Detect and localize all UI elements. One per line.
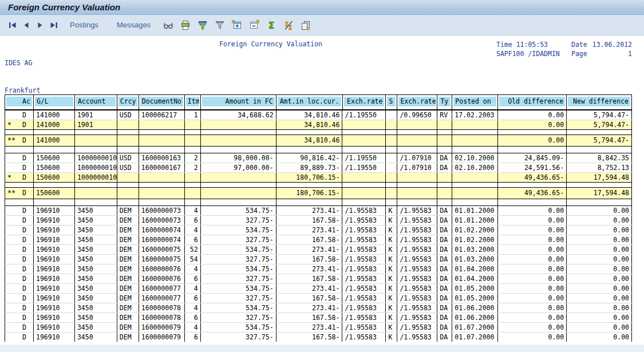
cell-acct <box>75 199 117 205</box>
table-row[interactable]: D1969103450DEM16000000774534.75-273.41-/… <box>5 284 632 294</box>
cell-lc: 167.58- <box>276 235 343 244</box>
table-row[interactable]: **D14100034,810.460.005,794.47- <box>5 135 632 147</box>
table-row[interactable]: D1969103450DEM16000000764534.75-273.41-/… <box>5 264 632 274</box>
column-header-newd[interactable]: New difference <box>567 95 632 109</box>
cell-old <box>498 130 567 135</box>
sum-button[interactable]: Σ <box>265 19 278 31</box>
table-row[interactable]: D1506001000000010USD1600000163298,000.00… <box>5 153 632 163</box>
subtotal-button[interactable]: Σ Σ <box>282 19 295 31</box>
collapse-button[interactable] <box>248 19 260 31</box>
table-row[interactable]: D1969103450DEM16000000746327.75-167.58-/… <box>5 235 632 245</box>
table-row[interactable]: D1969103450DEM16000000736327.75-167.58-/… <box>5 216 632 226</box>
cell-lc: 273.41- <box>276 206 343 215</box>
cell-fc: 534.75- <box>201 264 276 274</box>
column-header-itm[interactable]: Itm <box>185 95 201 109</box>
copy-to-clipboard-button[interactable] <box>299 19 312 31</box>
expand-button[interactable] <box>231 19 243 31</box>
cell-itm: 6 <box>185 216 201 225</box>
cell-er2 <box>397 120 437 129</box>
next-page-button[interactable] <box>34 19 46 31</box>
table-row[interactable]: *D1506001000000010180,706.15-49,436.65-1… <box>5 173 632 183</box>
column-header-doc[interactable]: DocumentNo <box>139 95 185 109</box>
account-type: D <box>22 323 26 332</box>
cell-s: K <box>386 206 397 215</box>
table-row[interactable]: D1969103450DEM16000000766327.75-167.58-/… <box>5 274 632 284</box>
cell-lc: 167.58- <box>276 313 343 322</box>
cell-er1 <box>342 130 386 135</box>
cell-fc: 534.75- <box>201 323 276 332</box>
display-button[interactable] <box>162 19 175 31</box>
cell-ac: *D <box>5 173 34 182</box>
cell-ty <box>437 183 452 187</box>
sort-descending-button[interactable] <box>196 19 209 31</box>
table-row[interactable]: *D141000190134,810.460.005,794.47- <box>5 120 632 130</box>
cell-lc: 167.58- <box>276 274 343 283</box>
postings-button[interactable]: Postings <box>66 20 102 30</box>
cell-gl: 196910 <box>34 264 75 274</box>
table-row[interactable]: **D150600180,706.15-49,436.65-17,594.48 <box>5 187 632 199</box>
table-row[interactable]: D1969103450DEM16000000744534.75-273.41-/… <box>5 226 632 235</box>
column-header-er2[interactable]: Exch.rate <box>397 95 437 109</box>
cell-posted: 01.02.2000 <box>452 235 498 244</box>
cell-crcy <box>117 188 139 199</box>
cell-lc: 180,706.15- <box>276 173 343 182</box>
column-header-crcy[interactable]: Crcy <box>117 95 139 109</box>
table-row[interactable]: D1969103450DEM16000000734534.75-273.41-/… <box>5 205 632 216</box>
table-row[interactable]: D1969103450DEM160000007554327.75-167.58-… <box>5 255 632 264</box>
cell-ty: DA <box>437 264 452 274</box>
table-row[interactable]: D1969103450DEM16000000796327.75-167.58-/… <box>5 333 632 342</box>
subtotal-marker: ** <box>7 188 15 199</box>
cell-s: K <box>386 313 397 322</box>
table-row[interactable]: D1506001000000010USD1600000167297,000.00… <box>5 163 632 173</box>
cell-ac: D <box>5 235 34 244</box>
cell-old: 0.00 <box>498 216 567 225</box>
column-header-old[interactable]: Old difference <box>498 95 567 109</box>
filter-button[interactable] <box>214 19 226 31</box>
column-header-acct[interactable]: Account <box>75 95 117 109</box>
cell-acct: 3450 <box>75 235 117 244</box>
cell-er2 <box>397 135 437 146</box>
cell-itm: 52 <box>185 245 201 254</box>
print-button[interactable] <box>179 19 192 31</box>
cell-lc: 167.58- <box>276 255 343 264</box>
column-header-posted[interactable]: Posted on <box>452 95 498 109</box>
cell-newd: 0.00 <box>567 323 632 332</box>
cell-ty: DA <box>437 313 452 322</box>
cell-doc: 1600000075 <box>139 255 185 264</box>
table-row[interactable]: D1969103450DEM16000000786327.75-167.58-/… <box>5 313 632 323</box>
table-row[interactable]: D1969103450DEM16000000794534.75-273.41-/… <box>5 323 632 333</box>
cell-doc: 1600000075 <box>139 245 185 254</box>
cell-newd: 0.00 <box>567 226 632 235</box>
column-header-ty[interactable]: Ty <box>437 95 452 109</box>
cell-er2: /1.95583 <box>397 206 437 215</box>
column-header-er1[interactable]: Exch.rate <box>343 95 386 109</box>
spacer-row <box>5 199 632 205</box>
table-row[interactable]: D1410001901USD100006217134,688.6234,810.… <box>5 110 632 120</box>
previous-page-button[interactable] <box>21 19 32 31</box>
table-row[interactable]: D1969103450DEM16000000784534.75-273.41-/… <box>5 303 632 313</box>
cell-ty: DA <box>437 163 452 172</box>
first-page-button[interactable] <box>7 19 18 31</box>
messages-button[interactable]: Messages <box>113 20 154 30</box>
cell-posted: 01.06.2000 <box>452 313 498 322</box>
cell-doc: 1600000076 <box>139 264 185 274</box>
cell-lc: 180,706.15- <box>276 188 343 199</box>
cell-er2: /1.95583 <box>397 294 437 303</box>
last-page-icon <box>49 21 58 30</box>
column-header-gl[interactable]: G/L <box>34 95 75 109</box>
spacer-row <box>5 130 632 135</box>
cell-doc <box>139 173 185 182</box>
column-header-label: S <box>387 97 396 106</box>
table-row[interactable]: D1969103450DEM160000007552534.75-273.41-… <box>5 245 632 255</box>
cell-gl <box>34 147 75 153</box>
column-header-lc[interactable]: Amt.in loc.cur. <box>276 95 343 109</box>
last-page-button[interactable] <box>48 19 60 31</box>
column-header-ac[interactable]: Ac <box>5 95 34 109</box>
column-header-fc[interactable]: Amount in FC <box>201 95 276 109</box>
column-header-s[interactable]: S <box>386 95 397 109</box>
cell-s: K <box>386 303 397 313</box>
table-row[interactable]: D1969103450DEM16000000776327.75-167.58-/… <box>5 294 632 303</box>
cell-itm <box>185 120 201 129</box>
time-line: Time 11:05:53 <box>496 40 548 49</box>
cell-old: 0.00 <box>498 264 567 274</box>
